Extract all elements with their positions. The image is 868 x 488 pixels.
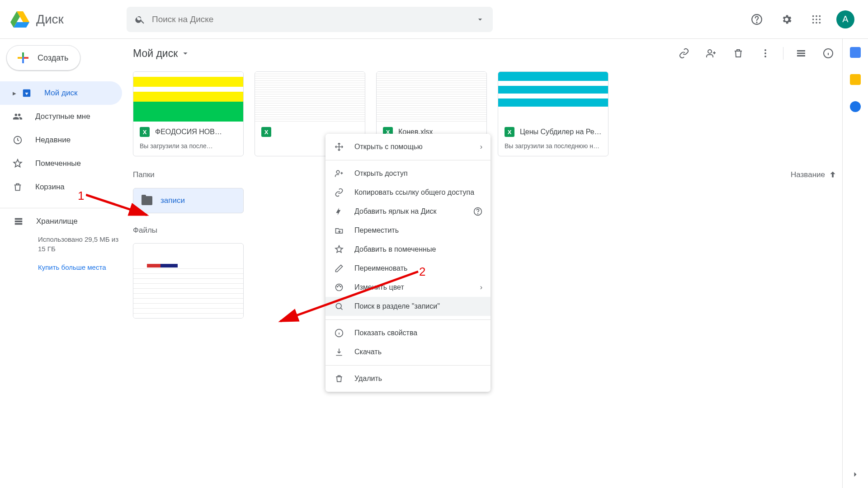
user-avatar[interactable]: A [836, 10, 854, 28]
svg-point-19 [764, 56, 766, 57]
drive-icon [22, 88, 33, 98]
clock-icon [13, 135, 24, 145]
chevron-right-icon: › [480, 283, 482, 291]
info-icon [334, 328, 344, 338]
tasks-app-icon[interactable] [850, 101, 861, 114]
settings-icon[interactable] [777, 9, 797, 29]
search-icon [135, 14, 146, 25]
apps-grid-icon[interactable] [807, 9, 826, 29]
svg-point-16 [708, 50, 712, 53]
sheets-icon: X [505, 127, 514, 137]
trash-icon [334, 374, 344, 383]
file-thumbnail [498, 72, 608, 122]
svg-rect-13 [15, 218, 23, 220]
search-input[interactable] [152, 14, 476, 24]
svg-rect-15 [15, 223, 23, 225]
svg-point-26 [478, 214, 478, 214]
info-icon[interactable] [819, 44, 838, 63]
menu-move[interactable]: Переместить [326, 221, 491, 240]
file-card[interactable]: XФЕОДОСИЯ НОВ… Вы загрузили за после… [133, 71, 244, 156]
side-panel-chevron-icon[interactable] [851, 470, 860, 479]
menu-star[interactable]: Добавить в помеченные [326, 240, 491, 259]
svg-point-8 [812, 22, 814, 23]
link-icon[interactable] [675, 44, 693, 63]
drive-shortcut-icon [334, 207, 344, 216]
svg-rect-14 [15, 221, 23, 222]
svg-point-17 [764, 49, 766, 51]
create-button[interactable]: Создать [6, 45, 80, 70]
menu-rename[interactable]: Переименовать [326, 259, 491, 278]
svg-rect-20 [797, 50, 805, 52]
svg-point-29 [339, 285, 340, 286]
svg-point-1 [756, 22, 757, 22]
file-card[interactable] [133, 243, 244, 319]
svg-point-31 [336, 303, 341, 309]
sidebar-item-recent[interactable]: Недавние [0, 128, 122, 152]
star-icon [334, 245, 344, 254]
sidebar-item-my-drive[interactable]: ▶ Мой диск [0, 81, 122, 105]
right-side-panel [843, 39, 868, 488]
help-icon[interactable] [473, 207, 482, 216]
svg-point-5 [812, 19, 814, 20]
folders-section-header: Папки [133, 170, 155, 179]
link-icon [334, 188, 344, 197]
delete-icon[interactable] [729, 44, 748, 63]
menu-remove[interactable]: Удалить [326, 369, 491, 388]
trash-icon [13, 182, 24, 192]
sidebar-item-starred[interactable]: Помеченные [0, 152, 122, 175]
sidebar-item-shared[interactable]: Доступные мне [0, 105, 122, 128]
svg-point-24 [336, 170, 340, 174]
more-icon[interactable] [756, 44, 775, 63]
sort-arrow-up-icon[interactable] [828, 170, 838, 180]
svg-point-2 [812, 15, 814, 17]
sidebar-item-storage[interactable]: Хранилище [14, 216, 122, 226]
storage-icon [14, 216, 25, 226]
sidebar-item-trash[interactable]: Корзина [0, 175, 122, 199]
sidebar: Создать ▶ Мой диск Доступные мне Нед [0, 39, 122, 488]
help-icon[interactable] [747, 9, 767, 29]
download-icon [334, 347, 344, 357]
menu-details[interactable]: Показать свойства [326, 324, 491, 343]
file-card[interactable]: XЦены Субдилер на Реги… Вы загрузили за … [498, 71, 609, 156]
keep-app-icon[interactable] [850, 74, 861, 87]
file-thumbnail [377, 72, 486, 122]
buy-storage-link[interactable]: Купить больше места [38, 263, 122, 271]
breadcrumb-my-drive[interactable]: Мой диск [133, 47, 190, 60]
logo-area[interactable]: Диск [9, 9, 127, 30]
menu-add-shortcut[interactable]: Добавить ярлык на Диск [326, 202, 491, 221]
menu-copy-link[interactable]: Копировать ссылку общего доступа [326, 183, 491, 202]
svg-point-28 [337, 286, 338, 287]
svg-point-7 [819, 19, 821, 20]
file-thumbnail [255, 72, 365, 122]
folder-icon [142, 196, 152, 205]
palette-icon [334, 283, 344, 292]
menu-search-in[interactable]: Поиск в разделе "записи" [326, 297, 491, 316]
menu-change-color[interactable]: Изменить цвет › [326, 278, 491, 297]
main-content: Мой диск [122, 39, 843, 488]
folder-move-icon [334, 226, 344, 235]
svg-point-18 [764, 52, 766, 54]
menu-download[interactable]: Скачать [326, 343, 491, 361]
svg-point-30 [340, 286, 341, 287]
storage-usage-text: Использовано 29,5 МБ из 15 ГБ [38, 235, 119, 253]
file-thumbnail [133, 72, 243, 122]
svg-point-3 [816, 15, 817, 17]
svg-rect-21 [797, 53, 805, 54]
list-view-icon[interactable] [792, 44, 811, 63]
svg-point-9 [816, 22, 817, 23]
svg-point-4 [819, 15, 821, 17]
calendar-app-icon[interactable] [850, 47, 861, 60]
create-label: Создать [38, 53, 68, 63]
search-bar[interactable] [127, 7, 493, 32]
chevron-right-icon: › [480, 143, 482, 151]
sheets-icon: X [140, 127, 150, 137]
sort-label[interactable]: Название [791, 170, 825, 179]
search-options-icon[interactable] [476, 15, 485, 24]
person-add-icon [334, 169, 344, 178]
share-person-icon[interactable] [702, 44, 721, 63]
sheets-icon: X [261, 127, 271, 137]
context-menu: Открыть с помощью › Открыть доступ Копир… [326, 134, 491, 392]
menu-open-with[interactable]: Открыть с помощью › [326, 137, 491, 156]
folder-item[interactable]: записи [133, 188, 244, 213]
menu-share[interactable]: Открыть доступ [326, 164, 491, 183]
